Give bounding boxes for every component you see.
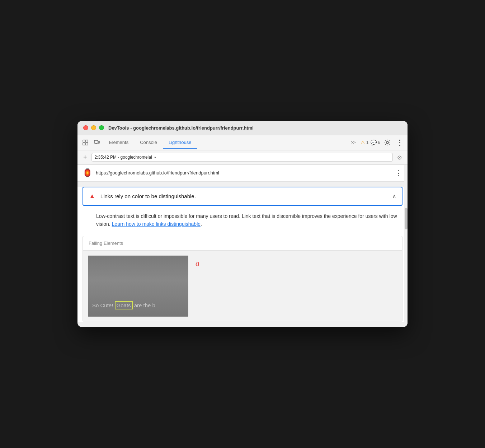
url-value: 2:35:42 PM - googlechromelal <box>95 155 152 160</box>
chat-icon: 💬 <box>371 140 377 145</box>
settings-button[interactable] <box>382 137 392 148</box>
element-indicator: a <box>196 256 199 268</box>
more-tabs-button[interactable]: >> <box>348 137 358 148</box>
chat-badge[interactable]: 💬 6 <box>371 140 380 145</box>
svg-rect-1 <box>86 140 88 142</box>
tab-elements[interactable]: Elements <box>103 137 134 149</box>
tab-console[interactable]: Console <box>134 137 163 149</box>
tab-lighthouse[interactable]: Lighthouse <box>163 137 197 149</box>
traffic-lights <box>83 125 104 130</box>
add-button[interactable]: + <box>82 152 89 163</box>
url-bar[interactable]: 2:35:42 PM - googlechromelal ▾ <box>91 153 393 162</box>
warning-icon: ⚠ <box>361 140 365 145</box>
lighthouse-more-button[interactable]: ⋮ <box>395 169 402 177</box>
scrollbar-track[interactable] <box>404 165 408 327</box>
content-wrapper: 🏮 https://googlechromelabs.github.io/fri… <box>77 165 408 327</box>
screenshot-container: So Cute! Goats are the b <box>88 256 188 317</box>
device-toggle-icon[interactable] <box>92 137 102 148</box>
screenshot-highlighted-word: Goats <box>115 301 133 309</box>
learn-more-link[interactable]: Learn how to make links distinguishable <box>112 221 201 227</box>
toolbar-right: >> ⚠ 1 💬 6 ⋮ <box>348 137 405 148</box>
lighthouse-icon: 🏮 <box>83 168 92 178</box>
action-bar: + 2:35:42 PM - googlechromelal ▾ ⊘ <box>77 150 408 165</box>
scrollbar-thumb[interactable] <box>405 208 408 229</box>
description-period: . <box>201 221 202 227</box>
alert-left: ▲ Links rely on color to be distinguisha… <box>89 192 196 200</box>
chevron-up-icon[interactable]: ∧ <box>392 193 396 199</box>
svg-rect-0 <box>83 140 85 142</box>
toolbar: Elements Console Lighthouse >> ⚠ 1 💬 6 ⋮ <box>77 135 408 150</box>
more-options-button[interactable]: ⋮ <box>395 137 405 148</box>
screenshot-overlay: So Cute! Goats are the b <box>88 256 188 317</box>
tab-bar: Elements Console Lighthouse <box>103 137 347 149</box>
svg-rect-2 <box>83 143 85 145</box>
alert-text: Links rely on color to be distinguishabl… <box>100 193 196 199</box>
alert-box[interactable]: ▲ Links rely on color to be distinguisha… <box>83 187 402 206</box>
clear-button[interactable]: ⊘ <box>396 154 403 161</box>
devtools-window: DevTools - googlechromelabs.github.io/fr… <box>77 121 408 327</box>
screenshot-text: So Cute! Goats are the b <box>92 302 155 308</box>
failing-content: So Cute! Goats are the b a <box>83 251 402 322</box>
screenshot-text-area: So Cute! Goats are the b <box>88 298 188 317</box>
chat-count: 6 <box>378 140 380 145</box>
warning-badge[interactable]: ⚠ 1 <box>361 140 369 145</box>
svg-point-8 <box>386 141 389 144</box>
description: Low-contrast text is difficult or imposs… <box>77 206 408 233</box>
svg-rect-3 <box>86 143 88 145</box>
minimize-button[interactable] <box>91 125 96 130</box>
lighthouse-url-bar: 🏮 https://googlechromelabs.github.io/fri… <box>77 165 408 182</box>
maximize-button[interactable] <box>99 125 104 130</box>
alert-triangle-icon: ▲ <box>89 192 95 200</box>
main-content: ▲ Links rely on color to be distinguisha… <box>77 187 408 322</box>
warning-count: 1 <box>366 140 369 145</box>
url-dropdown-icon[interactable]: ▾ <box>154 155 156 159</box>
window-title: DevTools - googlechromelabs.github.io/fr… <box>108 125 254 131</box>
titlebar: DevTools - googlechromelabs.github.io/fr… <box>77 121 408 135</box>
lighthouse-url-text: https://googlechromelabs.github.io/frien… <box>96 170 391 176</box>
failing-section: Failing Elements So Cute! Goats are the … <box>83 236 402 322</box>
svg-rect-4 <box>94 140 98 143</box>
screenshot-prefix: So Cute! <box>92 302 113 308</box>
inspector-icon[interactable] <box>80 137 90 148</box>
screenshot-suffix: are the b <box>134 302 155 308</box>
close-button[interactable] <box>83 125 88 130</box>
failing-elements-header: Failing Elements <box>83 236 402 251</box>
svg-rect-5 <box>98 141 99 143</box>
